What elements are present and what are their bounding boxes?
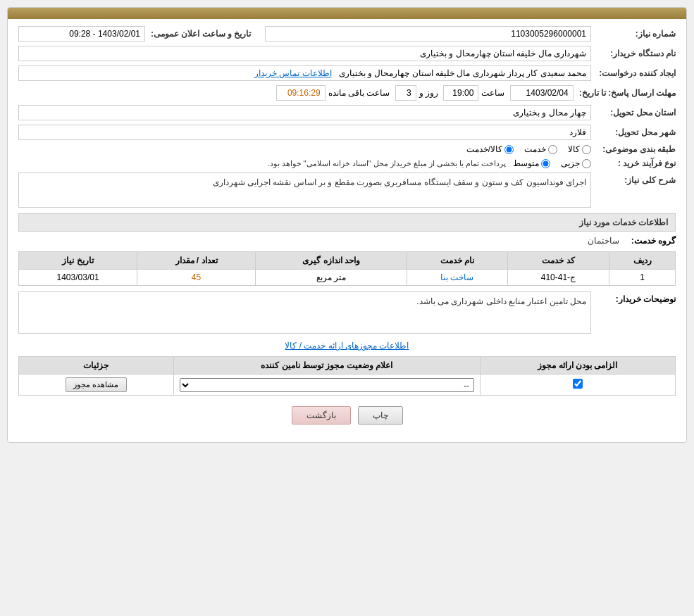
creator-value: محمد سعیدی کار پرداز شهرداری مال خلیفه ا… bbox=[18, 65, 591, 81]
services-table-section: ردیف کد خدمت نام خدمت واحد اندازه گیری ت… bbox=[18, 251, 676, 286]
panel-title bbox=[8, 8, 686, 19]
category-label-kala-khedmat: کالا/خدمت bbox=[466, 144, 502, 154]
category-option-3[interactable]: کالا/خدمت bbox=[466, 144, 514, 154]
services-table-header-row: ردیف کد خدمت نام خدمت واحد اندازه گیری ت… bbox=[19, 252, 676, 270]
reply-remaining: 09:16:29 bbox=[276, 85, 326, 101]
col-row-num: ردیف bbox=[609, 252, 676, 270]
col-date: تاریخ نیاز bbox=[19, 252, 137, 270]
cell-row-num: 1 bbox=[609, 270, 676, 286]
city-row: شهر محل تحویل: فلارد bbox=[18, 125, 676, 140]
service-group-value: ساختمان bbox=[588, 236, 619, 246]
category-label-kala: کالا bbox=[568, 144, 580, 154]
process-option-motavaset[interactable]: متوسط bbox=[513, 158, 550, 168]
buyer-org-row: نام دستگاه خریدار: شهرداری مال خلیفه است… bbox=[18, 46, 676, 61]
category-row: طبقه بندی موضوعی: کالا خدمت کالا/خدمت bbox=[18, 144, 676, 154]
cell-unit: متر مربع bbox=[255, 270, 407, 286]
service-group-row: گروه خدمت: ساختمان bbox=[18, 236, 676, 246]
buyer-org-value: شهرداری مال خلیفه استان چهارمحال و بختیا… bbox=[18, 46, 591, 61]
announce-label: تاریخ و ساعت اعلان عمومی: bbox=[145, 29, 251, 39]
col-code: کد خدمت bbox=[507, 252, 609, 270]
reply-deadline-label: مهلت ارسال پاسخ: تا تاریخ: bbox=[574, 88, 676, 98]
permit-header-row: الزامی بودن ارائه مجوز اعلام وضعیت مجوز … bbox=[19, 357, 676, 375]
table-row: 1 ج-41-410 ساخت بنا متر مربع 45 1403/03/… bbox=[19, 270, 676, 286]
city-value: فلارد bbox=[18, 125, 591, 140]
category-radio-kala-khedmat[interactable] bbox=[504, 145, 514, 154]
reply-deadline-row: مهلت ارسال پاسخ: تا تاریخ: 1403/02/04 سا… bbox=[18, 85, 676, 101]
permit-col-details: جزئیات bbox=[19, 357, 174, 375]
province-label: استان محل تحویل: bbox=[591, 108, 676, 118]
permit-required-cell bbox=[480, 375, 675, 396]
description-label: شرح کلی نیاز: bbox=[591, 172, 676, 185]
process-label-jozi: جزیی bbox=[561, 158, 580, 168]
creator-label: ایجاد کننده درخواست: bbox=[591, 68, 676, 78]
category-radio-khedmat[interactable] bbox=[548, 145, 557, 154]
need-number-value: 1103005296000001 bbox=[265, 26, 591, 42]
col-unit: واحد اندازه گیری bbox=[255, 252, 407, 270]
buyer-notes-section: توضیحات خریدار: محل تامین اعتبار منابع د… bbox=[18, 291, 676, 334]
col-quantity: تعداد / مقدار bbox=[137, 252, 256, 270]
cell-date: 1403/03/01 bbox=[19, 270, 137, 286]
buyer-notes-value: محل تامین اعتبار منابع داخلی شهرداری می … bbox=[18, 291, 591, 334]
process-label-motavaset: متوسط bbox=[513, 158, 539, 168]
category-label: طبقه بندی موضوعی: bbox=[591, 144, 676, 154]
category-radio-kala[interactable] bbox=[582, 145, 591, 154]
need-number-row: شماره نیاز: 1103005296000001 تاریخ و ساع… bbox=[18, 26, 676, 42]
category-label-khedmat: خدمت bbox=[524, 144, 546, 154]
reply-time-label: ساعت bbox=[478, 88, 507, 98]
description-value: اجرای فونداسیون کف و ستون و سقف ایستگاه … bbox=[18, 172, 591, 208]
reply-date: 1403/02/04 bbox=[510, 85, 574, 101]
process-type-label: نوع فرآیند خرید : bbox=[591, 158, 676, 168]
process-radio-group: جزیی متوسط bbox=[513, 158, 591, 168]
process-radio-motavaset[interactable] bbox=[541, 159, 550, 168]
permit-section-header: اطلاعات مجوزهای ارائه خدمت / کالا bbox=[18, 341, 676, 351]
main-panel: شماره نیاز: 1103005296000001 تاریخ و ساع… bbox=[7, 7, 687, 443]
back-button[interactable]: بازگشت bbox=[292, 406, 351, 425]
permit-table-section: الزامی بودن ارائه مجوز اعلام وضعیت مجوز … bbox=[18, 356, 676, 396]
cell-quantity: 45 bbox=[137, 270, 256, 286]
announce-value: 1403/02/01 - 09:28 bbox=[18, 26, 145, 42]
category-radio-group: کالا خدمت کالا/خدمت bbox=[466, 144, 591, 154]
province-value: چهار محال و بختیاری bbox=[18, 105, 591, 120]
contact-link[interactable]: اطلاعات تماس خریدار bbox=[254, 68, 332, 78]
services-section-header: اطلاعات خدمات مورد نیاز bbox=[18, 213, 676, 232]
need-number-label: شماره نیاز: bbox=[591, 29, 676, 39]
services-table: ردیف کد خدمت نام خدمت واحد اندازه گیری ت… bbox=[18, 251, 676, 286]
city-label: شهر محل تحویل: bbox=[591, 127, 676, 137]
permit-table: الزامی بودن ارائه مجوز اعلام وضعیت مجوز … bbox=[18, 356, 676, 396]
service-group-label: گروه خدمت: bbox=[619, 236, 676, 246]
print-button[interactable]: چاپ bbox=[358, 406, 403, 425]
col-name: نام خدمت bbox=[407, 252, 507, 270]
creator-row: ایجاد کننده درخواست: محمد سعیدی کار پردا… bbox=[18, 65, 676, 81]
btn-row: چاپ بازگشت bbox=[18, 406, 676, 435]
permit-status-cell: -- bbox=[173, 375, 480, 396]
reply-days: 3 bbox=[395, 85, 416, 101]
panel-body: شماره نیاز: 1103005296000001 تاریخ و ساع… bbox=[8, 19, 686, 442]
buyer-org-label: نام دستگاه خریدار: bbox=[591, 49, 676, 58]
process-option-jozi[interactable]: جزیی bbox=[561, 158, 591, 168]
permit-row: -- مشاهده مجوز bbox=[19, 375, 676, 396]
permit-details-cell: مشاهده مجوز bbox=[19, 375, 174, 396]
view-permit-button[interactable]: مشاهده مجوز bbox=[66, 377, 126, 392]
cell-code: ج-41-410 bbox=[507, 270, 609, 286]
process-radio-jozi[interactable] bbox=[582, 159, 591, 168]
permit-required-checkbox[interactable] bbox=[573, 379, 583, 389]
permit-col-status: اعلام وضعیت مجوز توسط نامین کننده bbox=[173, 357, 480, 375]
process-note: پرداخت تمام یا بخشی از مبلغ خریداز محل "… bbox=[267, 159, 506, 168]
page-container: شماره نیاز: 1103005296000001 تاریخ و ساع… bbox=[0, 0, 694, 616]
cell-name: ساخت بنا bbox=[407, 270, 507, 286]
category-option-2[interactable]: خدمت bbox=[524, 144, 557, 154]
reply-days-label: روز و bbox=[416, 88, 441, 98]
buyer-notes-label: توضیحات خریدار: bbox=[591, 291, 676, 304]
reply-remaining-label: ساعت باقی مانده bbox=[326, 88, 393, 98]
description-row: شرح کلی نیاز: اجرای فونداسیون کف و ستون … bbox=[18, 172, 676, 208]
reply-time: 19:00 bbox=[443, 85, 478, 101]
permit-col-required: الزامی بودن ارائه مجوز bbox=[480, 357, 675, 375]
province-row: استان محل تحویل: چهار محال و بختیاری bbox=[18, 105, 676, 120]
category-option-1[interactable]: کالا bbox=[568, 144, 591, 154]
permit-status-select[interactable]: -- bbox=[180, 378, 474, 392]
process-type-row: نوع فرآیند خرید : جزیی متوسط پرداخت تمام… bbox=[18, 158, 676, 168]
